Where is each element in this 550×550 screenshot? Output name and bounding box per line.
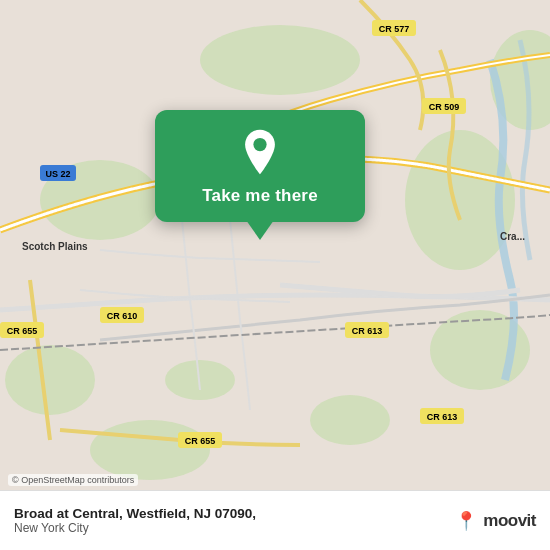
take-me-there-button[interactable]: Take me there bbox=[202, 186, 318, 206]
address-line: Broad at Central, Westfield, NJ 07090, bbox=[14, 506, 256, 521]
svg-text:CR 613: CR 613 bbox=[427, 412, 458, 422]
svg-point-9 bbox=[165, 360, 235, 400]
svg-point-6 bbox=[5, 345, 95, 415]
location-info: Broad at Central, Westfield, NJ 07090, N… bbox=[14, 506, 256, 535]
svg-point-8 bbox=[310, 395, 390, 445]
svg-point-7 bbox=[90, 420, 210, 480]
svg-text:CR 613: CR 613 bbox=[352, 326, 383, 336]
location-popup: Take me there bbox=[155, 110, 365, 222]
svg-text:US 22: US 22 bbox=[45, 169, 70, 179]
osm-attribution: © OpenStreetMap contributors bbox=[8, 474, 138, 486]
svg-point-30 bbox=[253, 138, 266, 151]
svg-text:CR 509: CR 509 bbox=[429, 102, 460, 112]
svg-point-2 bbox=[200, 25, 360, 95]
location-pin-icon bbox=[236, 128, 284, 176]
city-line: New York City bbox=[14, 521, 256, 535]
svg-text:Scotch Plains: Scotch Plains bbox=[22, 241, 88, 252]
svg-text:CR 655: CR 655 bbox=[185, 436, 216, 446]
svg-text:CR 610: CR 610 bbox=[107, 311, 138, 321]
moovit-pin-icon: 📍 bbox=[455, 510, 477, 532]
svg-text:CR 577: CR 577 bbox=[379, 24, 410, 34]
map-container: CR 610 CR 613 CR 613 CR 577 CR 509 US 22… bbox=[0, 0, 550, 490]
bottom-bar: Broad at Central, Westfield, NJ 07090, N… bbox=[0, 490, 550, 550]
moovit-branding: 📍 moovit bbox=[455, 510, 536, 532]
moovit-logo: moovit bbox=[483, 511, 536, 531]
svg-text:Cra...: Cra... bbox=[500, 231, 525, 242]
svg-text:CR 655: CR 655 bbox=[7, 326, 38, 336]
